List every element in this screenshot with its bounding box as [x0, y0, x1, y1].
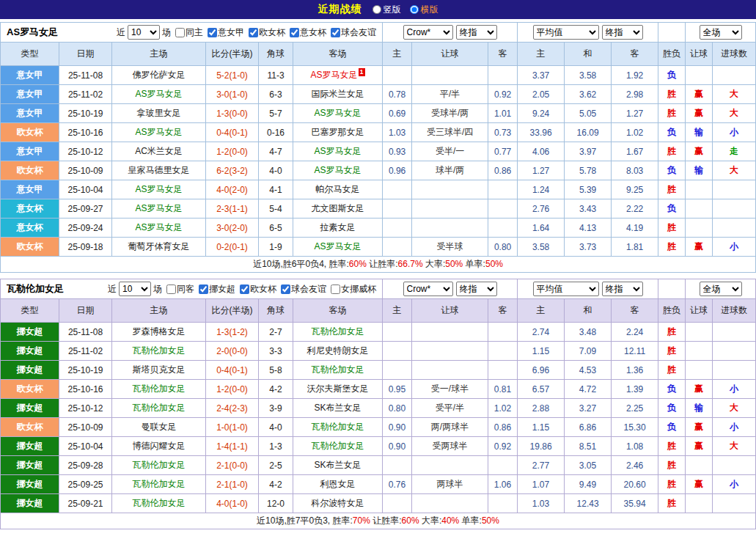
- summary-segment: 70%: [353, 515, 370, 526]
- euro-odds-time-select[interactable]: 终指: [602, 25, 643, 40]
- filter-checkbox-input[interactable]: [331, 284, 340, 294]
- scope-control-cell: 全场: [686, 279, 756, 299]
- euro-odds-source-select[interactable]: 平均值: [533, 282, 599, 296]
- filter-checkbox[interactable]: 欧女杯: [240, 283, 276, 295]
- euro-odds-time-select[interactable]: 终指: [602, 282, 643, 296]
- column-header: 主: [383, 299, 412, 323]
- euro-draw-odds: 4.53: [565, 361, 612, 380]
- filter-checkbox[interactable]: 同主: [175, 26, 203, 39]
- home-team[interactable]: AC米兰女足: [112, 142, 206, 161]
- win-loss-result: 胜: [658, 104, 686, 123]
- home-team[interactable]: AS罗马女足: [112, 180, 206, 199]
- home-team[interactable]: 瓦勒伦加女足: [112, 380, 206, 399]
- home-team[interactable]: AS罗马女足: [112, 123, 206, 142]
- filter-checkbox-input[interactable]: [166, 284, 176, 294]
- away-team[interactable]: AS罗马女足: [293, 104, 383, 123]
- away-team[interactable]: 利恩女足: [293, 475, 383, 494]
- home-team[interactable]: 瓦勒伦加女足: [112, 494, 206, 513]
- home-team[interactable]: 瓦勒伦加女足: [112, 456, 206, 475]
- filter-checkbox-input[interactable]: [331, 28, 340, 37]
- home-team[interactable]: 佛罗伦萨女足: [112, 66, 206, 85]
- away-team[interactable]: 瓦勒伦加女足: [293, 323, 383, 342]
- home-team[interactable]: 瓦勒伦加女足: [112, 342, 206, 361]
- match-count-select[interactable]: 10: [128, 25, 160, 40]
- home-team[interactable]: 瓦勒伦加女足: [112, 475, 206, 494]
- home-team[interactable]: 博德闪耀女足: [112, 437, 206, 456]
- away-team[interactable]: AS罗马女足: [293, 161, 383, 180]
- filter-checkbox[interactable]: 球会友谊: [281, 283, 326, 295]
- away-team[interactable]: 巴塞罗那女足: [293, 123, 383, 142]
- home-team[interactable]: 斯塔贝克女足: [112, 361, 206, 380]
- asian-odds-source-select[interactable]: Crow*: [403, 25, 453, 40]
- league-badge: 意女杯: [1, 199, 59, 219]
- away-team[interactable]: 科尔波特女足: [293, 494, 383, 513]
- asian-odds-source-select[interactable]: Crow*: [403, 282, 453, 296]
- euro-home-odds: 6.96: [518, 361, 565, 380]
- filter-checkbox[interactable]: 欧女杯: [249, 26, 285, 39]
- win-loss-result: 胜: [658, 180, 686, 199]
- scope-select[interactable]: 全场: [700, 25, 742, 40]
- filter-checkbox-input[interactable]: [199, 284, 208, 294]
- home-team[interactable]: 曼联女足: [112, 418, 206, 437]
- filter-checkbox-input[interactable]: [281, 284, 290, 294]
- corner-count: 0-16: [259, 123, 293, 142]
- handicap-result: 赢: [686, 142, 713, 161]
- match-count-select[interactable]: 10: [119, 282, 151, 296]
- filter-checkbox-input[interactable]: [240, 284, 249, 294]
- filter-checkbox[interactable]: 同客: [166, 283, 194, 295]
- away-team[interactable]: 尤文图斯女足: [293, 199, 383, 219]
- page-title: 近期战绩: [318, 3, 362, 16]
- column-header: 让球: [412, 43, 488, 66]
- home-team[interactable]: 罗森博格女足: [112, 323, 206, 342]
- corner-count: 5-8: [259, 361, 293, 380]
- asian-odds-time-select[interactable]: 终指: [456, 25, 497, 40]
- away-team[interactable]: AS罗马女足: [293, 238, 383, 257]
- home-team[interactable]: AS罗马女足: [112, 219, 206, 238]
- goals-result: 小: [713, 238, 756, 257]
- home-team[interactable]: 瓦勒伦加女足: [112, 399, 206, 418]
- away-team[interactable]: 帕尔马女足: [293, 180, 383, 199]
- filter-checkbox[interactable]: 球会友谊: [331, 26, 376, 39]
- filter-checkbox[interactable]: 意女甲: [208, 26, 244, 39]
- away-team[interactable]: 利尼史特朗女足: [293, 342, 383, 361]
- away-team[interactable]: AS罗马女足: [293, 142, 383, 161]
- away-team[interactable]: 沃尔夫斯堡女足: [293, 380, 383, 399]
- filter-checkbox-input[interactable]: [290, 28, 299, 37]
- away-team[interactable]: 国际米兰女足: [293, 85, 383, 104]
- view-radio-input[interactable]: [373, 5, 381, 14]
- filter-checkbox[interactable]: 挪女超: [199, 283, 235, 295]
- home-team[interactable]: 拿玻里女足: [112, 104, 206, 123]
- win-loss-result: 胜: [658, 142, 686, 161]
- asian-odds-time-select[interactable]: 终指: [456, 282, 497, 296]
- euro-away-odds: 1.27: [612, 104, 658, 123]
- away-team[interactable]: 拉素女足: [293, 219, 383, 238]
- filter-checkbox-input[interactable]: [249, 28, 258, 37]
- away-team[interactable]: SK布兰女足: [293, 399, 383, 418]
- team-section-valerenga: 瓦勒伦加女足 近10场同客挪女超欧女杯球会友谊女挪威杯 Crow*终指 平均值终…: [0, 279, 756, 529]
- filter-checkbox[interactable]: 意女杯: [290, 26, 326, 39]
- asian-home-odds: [383, 456, 412, 475]
- euro-away-odds: 1.92: [612, 66, 658, 85]
- view-radio-input[interactable]: [410, 5, 419, 14]
- home-team[interactable]: 皇家马德里女足: [112, 161, 206, 180]
- away-team[interactable]: 瓦勒伦加女足: [293, 361, 383, 380]
- home-team[interactable]: AS罗马女足: [112, 199, 206, 219]
- filter-checkbox[interactable]: 女挪威杯: [331, 283, 376, 295]
- filter-checkbox-input[interactable]: [175, 28, 185, 37]
- win-loss-result: 胜: [658, 475, 686, 494]
- match-row: 意女杯25-09-27AS罗马女足2-3(1-1)5-4尤文图斯女足2.763.…: [1, 199, 756, 219]
- filter-checkbox-label: 意女杯: [300, 26, 326, 39]
- view-option[interactable]: 横版: [410, 4, 438, 16]
- view-option[interactable]: 竖版: [373, 4, 401, 16]
- away-team[interactable]: AS罗马女足1: [293, 66, 383, 85]
- scope-select[interactable]: 全场: [700, 282, 742, 296]
- goals-result: [713, 180, 756, 199]
- home-team[interactable]: 葡萄牙体育女足: [112, 238, 206, 257]
- away-team[interactable]: SK布兰女足: [293, 456, 383, 475]
- away-team[interactable]: 瓦勒伦加女足: [293, 437, 383, 456]
- euro-odds-source-select[interactable]: 平均值: [533, 25, 599, 40]
- away-team[interactable]: 瓦勒伦加女足: [293, 418, 383, 437]
- home-team[interactable]: AS罗马女足: [112, 85, 206, 104]
- filter-checkbox-input[interactable]: [208, 28, 217, 37]
- euro-away-odds: 1.39: [612, 380, 658, 399]
